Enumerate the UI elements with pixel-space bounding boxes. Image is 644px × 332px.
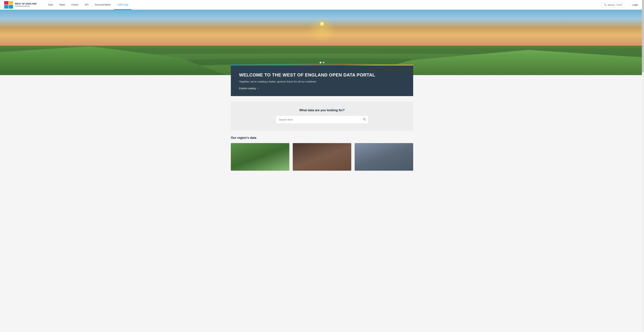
hero-sun — [320, 21, 324, 26]
search-section-title: What data are you looking for? — [239, 109, 405, 112]
brand-logo-link[interactable]: WEST OF ENGLAND Combined Authority — [4, 1, 37, 9]
brand-line3: Combined Authority — [15, 5, 37, 8]
search-input[interactable] — [276, 116, 368, 124]
login-button[interactable]: → Login — [627, 3, 640, 7]
search-icon: 🔍 — [604, 4, 607, 6]
brand-line1: WEST OF ENGLAND — [15, 3, 37, 5]
navbar: WEST OF ENGLAND Combined Authority Data … — [0, 0, 644, 10]
logo-quadrant-yellow — [9, 1, 13, 5]
region-card-3[interactable] — [355, 143, 413, 171]
explore-catalog-link[interactable]: Explore catalog → — [239, 87, 259, 90]
scrollbar-thumb[interactable] — [642, 0, 644, 72]
nav-link-charts[interactable]: Charts — [68, 0, 82, 10]
logo-quadrant-blue-left — [4, 5, 8, 9]
nav-actions: 🔍 Search Ctrl+K → Login — [602, 3, 640, 8]
card-image-2 — [293, 143, 351, 171]
nav-link-maps[interactable]: Maps — [56, 0, 68, 10]
card-image-1 — [231, 143, 289, 171]
logo-quadrant-red — [4, 1, 8, 5]
search-bar-wrapper — [276, 116, 368, 124]
region-section: Our region's data — [231, 136, 413, 174]
nav-link-api[interactable]: API — [82, 0, 92, 10]
login-icon: → — [629, 4, 631, 6]
nav-link-documentation[interactable]: Documentation — [92, 0, 114, 10]
welcome-subtitle: Together, we're creating a better, green… — [239, 80, 405, 83]
nav-link-lnrs[interactable]: LNRS App — [114, 0, 132, 10]
carousel-dots — [320, 62, 324, 63]
search-button[interactable]: 🔍 Search Ctrl+K — [602, 3, 625, 8]
region-title: Our region's data — [231, 136, 413, 140]
brand-logo — [4, 1, 13, 9]
nav-links: Data Maps Charts API Documentation LNRS … — [45, 0, 602, 10]
login-label: Login — [632, 4, 638, 6]
region-card-2[interactable] — [293, 143, 351, 171]
nav-link-data[interactable]: Data — [45, 0, 56, 10]
brand-text: WEST OF ENGLAND Combined Authority — [15, 3, 37, 8]
search-section: What data are you looking for? — [231, 102, 413, 131]
card-image-3 — [355, 143, 413, 171]
logo-quadrant-blue-right — [9, 5, 13, 9]
region-card-1[interactable] — [231, 143, 289, 171]
search-shortcut: Ctrl+K — [616, 4, 623, 6]
search-button-label: Search — [608, 4, 615, 6]
welcome-panel: WELCOME TO THE WEST OF ENGLAND OPEN DATA… — [231, 65, 413, 96]
welcome-title: WELCOME TO THE WEST OF ENGLAND OPEN DATA… — [239, 72, 405, 78]
scrollbar-track[interactable] — [642, 0, 644, 332]
carousel-dot-2[interactable] — [323, 62, 324, 63]
carousel-dot-1[interactable] — [320, 62, 321, 63]
cards-row — [231, 143, 413, 171]
